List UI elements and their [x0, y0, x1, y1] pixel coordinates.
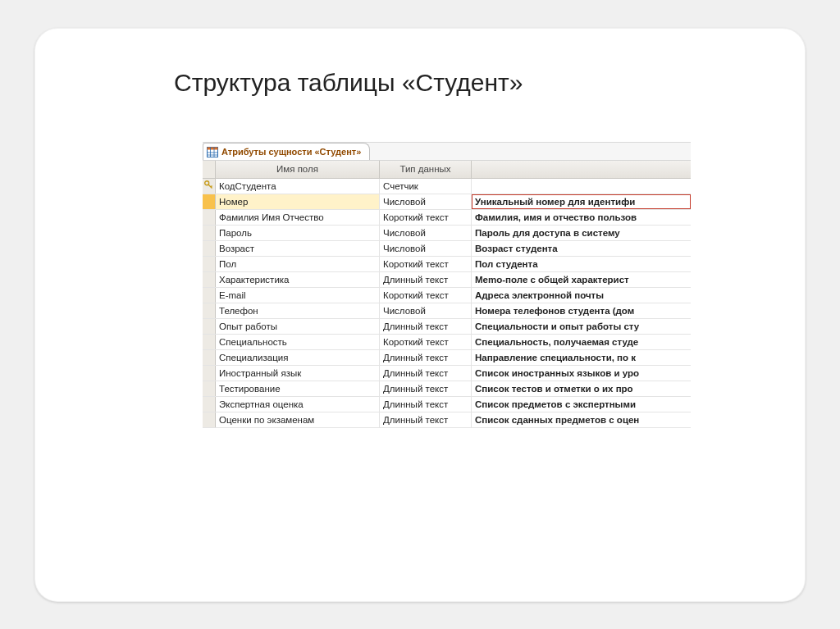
field-name-cell[interactable]: Возраст	[216, 241, 380, 256]
table-icon	[207, 147, 218, 157]
description-cell[interactable]: Пароль для доступа в систему	[472, 226, 691, 240]
table-row[interactable]: КодСтудентаСчетчик	[203, 179, 691, 194]
data-type-cell[interactable]: Короткий текст	[380, 210, 472, 225]
data-type-cell[interactable]: Короткий текст	[380, 288, 472, 303]
slide-frame: Структура таблицы «Студент» Атрибуты сущ…	[34, 28, 806, 602]
table-row[interactable]: ХарактеристикаДлинный текстMemo-поле с о…	[203, 272, 691, 288]
field-name-cell[interactable]: Характеристика	[216, 272, 380, 287]
field-name-cell[interactable]: Телефон	[216, 303, 380, 318]
field-name-cell[interactable]: Опыт работы	[216, 319, 380, 334]
field-name-cell[interactable]: Оценки по экзаменам	[216, 412, 380, 427]
row-selector[interactable]	[203, 335, 216, 349]
rows-container: КодСтудентаСчетчикНомерЧисловойУникальны…	[203, 179, 691, 428]
row-selector[interactable]	[203, 397, 216, 412]
header-row-selector[interactable]	[203, 161, 216, 178]
description-cell[interactable]: Возраст студента	[472, 241, 691, 256]
row-selector[interactable]	[203, 366, 216, 381]
table-design-panel: Атрибуты сущности «Студент» Имя поля Тип…	[203, 142, 691, 428]
field-name-cell[interactable]: Пароль	[216, 226, 380, 240]
field-name-cell[interactable]: Специальность	[216, 335, 380, 349]
header-data-type[interactable]: Тип данных	[380, 161, 472, 178]
field-name-cell[interactable]: Номер	[216, 194, 380, 209]
table-row[interactable]: Фамилия Имя ОтчествоКороткий текстФамили…	[203, 210, 691, 226]
table-row[interactable]: Оценки по экзаменамДлинный текстСписок с…	[203, 412, 691, 428]
header-field-name[interactable]: Имя поля	[216, 161, 380, 178]
table-row[interactable]: ТелефонЧисловойНомера телефонов студента…	[203, 303, 691, 319]
slide-title: Структура таблицы «Студент»	[174, 69, 765, 97]
description-cell[interactable]: Список предметов с экспертными	[472, 397, 691, 412]
description-cell[interactable]: Список иностранных языков и уро	[472, 366, 691, 381]
table-row[interactable]: СпециальностьКороткий текстСпециальность…	[203, 335, 691, 350]
svg-line-8	[211, 186, 212, 188]
table-row[interactable]: ТестированиеДлинный текстСписок тестов и…	[203, 381, 691, 397]
column-headers: Имя поля Тип данных	[203, 161, 691, 179]
row-selector[interactable]	[203, 179, 216, 194]
description-cell[interactable]: Направление специальности, по к	[472, 350, 691, 365]
row-selector[interactable]	[203, 350, 216, 365]
row-selector[interactable]	[203, 381, 216, 396]
description-cell[interactable]: Уникальный номер для идентифи	[472, 194, 691, 209]
description-cell[interactable]: Фамилия, имя и отчество пользов	[472, 210, 691, 225]
data-type-cell[interactable]: Длинный текст	[380, 412, 472, 427]
field-name-cell[interactable]: E-mail	[216, 288, 380, 303]
description-cell[interactable]: Список тестов и отметки о их про	[472, 381, 691, 396]
row-selector[interactable]	[203, 272, 216, 287]
description-cell[interactable]: Адреса электронной почты	[472, 288, 691, 303]
field-name-cell[interactable]: Специализация	[216, 350, 380, 365]
data-type-cell[interactable]: Счетчик	[380, 179, 472, 194]
table-row[interactable]: E-mailКороткий текстАдреса электронной п…	[203, 288, 691, 303]
table-row[interactable]: НомерЧисловойУникальный номер для иденти…	[203, 194, 691, 210]
table-row[interactable]: Иностранный языкДлинный текстСписок инос…	[203, 366, 691, 381]
row-selector[interactable]	[203, 288, 216, 303]
table-row[interactable]: Экспертная оценкаДлинный текстСписок пре…	[203, 397, 691, 412]
field-name-cell[interactable]: КодСтудента	[216, 179, 380, 194]
tab-label: Атрибуты сущности «Студент»	[221, 147, 361, 157]
data-type-cell[interactable]: Длинный текст	[380, 397, 472, 412]
description-cell[interactable]: Список сданных предметов с оцен	[472, 412, 691, 427]
description-cell[interactable]: Специальности и опыт работы сту	[472, 319, 691, 334]
table-row[interactable]: ПолКороткий текстПол студента	[203, 257, 691, 272]
field-name-cell[interactable]: Иностранный язык	[216, 366, 380, 381]
description-cell[interactable]: Пол студента	[472, 257, 691, 271]
data-type-cell[interactable]: Числовой	[380, 226, 472, 240]
row-selector[interactable]	[203, 303, 216, 318]
field-name-cell[interactable]: Тестирование	[216, 381, 380, 396]
tab-bar: Атрибуты сущности «Студент»	[203, 143, 691, 161]
tab-attributes[interactable]: Атрибуты сущности «Студент»	[203, 143, 370, 160]
svg-rect-1	[208, 147, 218, 149]
primary-key-icon	[204, 180, 213, 191]
row-selector[interactable]	[203, 241, 216, 256]
data-type-cell[interactable]: Числовой	[380, 303, 472, 318]
field-name-cell[interactable]: Пол	[216, 257, 380, 271]
table-row[interactable]: Опыт работыДлинный текстСпециальности и …	[203, 319, 691, 335]
description-cell[interactable]	[472, 179, 691, 194]
row-selector[interactable]	[203, 194, 216, 209]
row-selector[interactable]	[203, 226, 216, 240]
row-selector[interactable]	[203, 412, 216, 427]
data-type-cell[interactable]: Длинный текст	[380, 272, 472, 287]
description-cell[interactable]: Memo-поле с общей характерист	[472, 272, 691, 287]
row-selector[interactable]	[203, 257, 216, 271]
data-type-cell[interactable]: Длинный текст	[380, 319, 472, 334]
description-cell[interactable]: Номера телефонов студента (дом	[472, 303, 691, 318]
row-selector[interactable]	[203, 210, 216, 225]
table-row[interactable]: ВозрастЧисловойВозраст студента	[203, 241, 691, 257]
table-row[interactable]: СпециализацияДлинный текстНаправление сп…	[203, 350, 691, 366]
field-name-cell[interactable]: Экспертная оценка	[216, 397, 380, 412]
row-selector[interactable]	[203, 319, 216, 334]
data-type-cell[interactable]: Длинный текст	[380, 366, 472, 381]
data-type-cell[interactable]: Длинный текст	[380, 350, 472, 365]
field-name-cell[interactable]: Фамилия Имя Отчество	[216, 210, 380, 225]
header-description[interactable]	[472, 161, 691, 178]
data-type-cell[interactable]: Числовой	[380, 241, 472, 256]
description-cell[interactable]: Специальность, получаемая студе	[472, 335, 691, 349]
data-type-cell[interactable]: Короткий текст	[380, 257, 472, 271]
data-type-cell[interactable]: Числовой	[380, 194, 472, 209]
data-type-cell[interactable]: Длинный текст	[380, 381, 472, 396]
table-row[interactable]: ПарольЧисловойПароль для доступа в систе…	[203, 226, 691, 241]
data-type-cell[interactable]: Короткий текст	[380, 335, 472, 349]
